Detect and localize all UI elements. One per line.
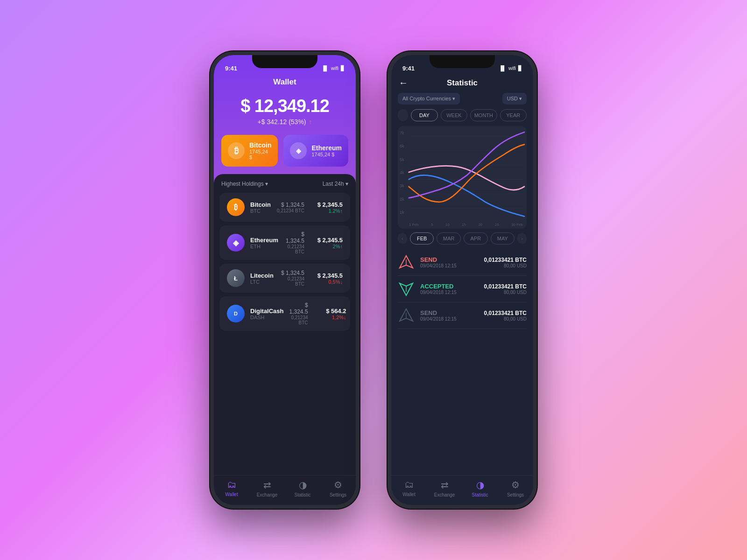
tx-usd-1: 80,00 USD bbox=[484, 263, 527, 268]
month-apr[interactable]: APR bbox=[464, 232, 488, 245]
stat-wallet-icon: 🗂 bbox=[404, 479, 414, 490]
month-next[interactable]: › bbox=[517, 233, 527, 244]
y-7k: 7k bbox=[400, 131, 404, 135]
stat-title: Statistic bbox=[447, 78, 478, 88]
period-tab-year[interactable]: YEAR bbox=[500, 109, 527, 121]
eth-price-btc: 0,21234 BTC bbox=[284, 244, 304, 254]
wallet-screen: 9:41 ▐▌ wifi ▊ Wallet $ 12,349.12 +$ 342… bbox=[214, 55, 356, 505]
eth-info: Ethereum ETH bbox=[250, 237, 278, 249]
exchange-nav-label: Exchange bbox=[257, 492, 277, 497]
last-24h-filter[interactable]: Last 24h ▾ bbox=[323, 181, 348, 187]
ethereum-card-info: Ethereum 1745,24 $ bbox=[311, 144, 342, 157]
statistic-nav-label: Statistic bbox=[294, 492, 310, 497]
nav-settings[interactable]: ⚙ Settings bbox=[320, 479, 356, 497]
bitcoin-card-amount: 1745,24 $ bbox=[249, 149, 271, 160]
eth-value: $ 2,345.5 2%↑ bbox=[310, 237, 343, 249]
ltc-icon: Ł bbox=[227, 269, 245, 287]
bitcoin-card[interactable]: ₿ Bitcoin 1745,24 $ bbox=[221, 135, 278, 167]
bitcoin-card-icon: ₿ bbox=[228, 142, 245, 159]
period-tab-prev[interactable] bbox=[398, 109, 408, 121]
month-prev[interactable]: ‹ bbox=[398, 233, 407, 244]
tx-item-1[interactable]: SEND 09/04/2018 12:15 0,01233421 BTC 80,… bbox=[398, 249, 527, 276]
btc-value: $ 2,345.5 1.2%↑ bbox=[310, 201, 343, 214]
tx-btc-2: 0,01233421 BTC bbox=[484, 283, 527, 290]
filter-row: All Crypto Currencies ▾ USD ▾ bbox=[398, 93, 527, 105]
x-5: 5 bbox=[431, 223, 433, 227]
tx-item-3[interactable]: SEND 09/04/2018 12:15 0,01233421 BTC 80,… bbox=[398, 302, 527, 329]
stat-statistic-icon: ◑ bbox=[476, 479, 484, 490]
period-tab-month[interactable]: MONTH bbox=[470, 109, 497, 121]
wallet-bottom-nav: 🗂 Wallet ⇄ Exchange ◑ Statistic ⚙ Settin… bbox=[214, 475, 356, 505]
eth-price: $ 1,324.5 0,21234 BTC bbox=[284, 231, 304, 254]
dash-change: 1,2%↓ bbox=[314, 315, 346, 320]
x-20: 20 bbox=[478, 223, 482, 227]
ethereum-card-amount: 1745,24 $ bbox=[311, 152, 342, 157]
stat-nav-settings[interactable]: ⚙ Settings bbox=[498, 479, 533, 497]
stat-exchange-label: Exchange bbox=[434, 492, 455, 497]
signal-icon: ▐▌ bbox=[322, 65, 329, 71]
dash-ticker: DASH bbox=[250, 315, 284, 320]
x-15: 15 bbox=[462, 223, 466, 227]
btc-value-usd: $ 2,345.5 bbox=[310, 201, 343, 208]
stat-settings-label: Settings bbox=[507, 492, 524, 497]
ethereum-card[interactable]: ◈ Ethereum 1745,24 $ bbox=[283, 135, 348, 167]
period-tab-week[interactable]: WEEK bbox=[441, 109, 467, 121]
currency-filter[interactable]: All Crypto Currencies ▾ bbox=[398, 93, 460, 105]
tx-date-2: 09/04/2018 12:15 bbox=[420, 290, 479, 295]
stat-settings-icon: ⚙ bbox=[511, 479, 520, 490]
month-feb[interactable]: FEB bbox=[410, 232, 434, 245]
list-header: Highest Holdings ▾ Last 24h ▾ bbox=[214, 181, 356, 193]
nav-statistic[interactable]: ◑ Statistic bbox=[285, 479, 320, 497]
btc-ticker: BTC bbox=[250, 208, 271, 214]
month-may[interactable]: MAY bbox=[491, 232, 515, 245]
stat-nav-exchange[interactable]: ⇄ Exchange bbox=[427, 479, 462, 497]
x-1feb: 1 Feb bbox=[409, 223, 418, 227]
tx-item-2[interactable]: ACCEPTED 09/04/2018 12:15 0,01233421 BTC… bbox=[398, 276, 527, 302]
tx-info-1: SEND 09/04/2018 12:15 bbox=[420, 256, 479, 268]
back-button[interactable]: ← bbox=[399, 77, 408, 88]
period-tabs: DAY WEEK MONTH YEAR bbox=[398, 109, 527, 121]
stat-battery-icon: ▊ bbox=[518, 65, 522, 71]
y-1k: 1k bbox=[400, 210, 404, 215]
wallet-header: Wallet bbox=[214, 76, 356, 91]
tx-date-1: 09/04/2018 12:15 bbox=[420, 263, 479, 268]
y-2k: 2k bbox=[400, 197, 404, 202]
tx-type-1: SEND bbox=[420, 256, 479, 263]
crypto-item-eth[interactable]: ◈ Ethereum ETH $ 1,324.5 0,21234 BTC $ 2… bbox=[219, 225, 350, 260]
month-tabs: ‹ FEB MAR APR MAY › bbox=[398, 232, 527, 245]
stat-nav-statistic[interactable]: ◑ Statistic bbox=[462, 479, 498, 497]
wallet-content: 9:41 ▐▌ wifi ▊ Wallet $ 12,349.12 +$ 342… bbox=[214, 55, 356, 505]
stat-wallet-label: Wallet bbox=[402, 492, 415, 497]
tx-info-3: SEND 09/04/2018 12:15 bbox=[420, 309, 479, 322]
y-4k: 4k bbox=[400, 170, 404, 175]
tx-info-2: ACCEPTED 09/04/2018 12:15 bbox=[420, 283, 479, 295]
stat-statistic-label: Statistic bbox=[472, 492, 488, 497]
btc-change: 1.2%↑ bbox=[310, 208, 343, 214]
btc-icon: ₿ bbox=[227, 198, 245, 216]
nav-wallet[interactable]: 🗂 Wallet bbox=[214, 479, 249, 497]
ethereum-card-name: Ethereum bbox=[311, 144, 342, 152]
ltc-price-usd: $ 1,324.5 bbox=[279, 270, 304, 276]
crypto-item-btc[interactable]: ₿ Bitcoin BTC $ 1,324.5 0,21234 BTC $ 2,… bbox=[219, 193, 350, 222]
crypto-item-dash[interactable]: D DigitalCash DASH $ 1,324.5 0,21234 BTC… bbox=[219, 296, 350, 331]
crypto-item-ltc[interactable]: Ł Litecoin LTC $ 1,324.5 0,21234 BTC $ 2… bbox=[219, 264, 350, 293]
phone-statistic: 9:41 ▐▌ wifi ▊ ← Statistic All Crypto Cu… bbox=[388, 51, 537, 509]
settings-nav-icon: ⚙ bbox=[334, 479, 342, 490]
month-mar[interactable]: MAR bbox=[437, 232, 461, 245]
period-tab-day[interactable]: DAY bbox=[411, 109, 437, 121]
wallet-change: +$ 342.12 (53%) ↑ bbox=[223, 118, 346, 126]
eth-icon: ◈ bbox=[227, 234, 245, 252]
stat-exchange-icon: ⇄ bbox=[441, 479, 449, 490]
btc-info: Bitcoin BTC bbox=[250, 201, 271, 214]
btc-price: $ 1,324.5 0,21234 BTC bbox=[277, 202, 304, 213]
wifi-icon: wifi bbox=[331, 65, 338, 71]
nav-exchange[interactable]: ⇄ Exchange bbox=[249, 479, 285, 497]
wallet-nav-label: Wallet bbox=[225, 492, 238, 497]
stat-nav-wallet[interactable]: 🗂 Wallet bbox=[391, 479, 427, 497]
highest-holdings-filter[interactable]: Highest Holdings ▾ bbox=[221, 181, 268, 187]
tx-amount-2: 0,01233421 BTC 80,00 USD bbox=[484, 283, 527, 295]
dash-info: DigitalCash DASH bbox=[250, 308, 284, 320]
unit-filter[interactable]: USD ▾ bbox=[502, 93, 527, 105]
eth-change: 2%↑ bbox=[310, 244, 343, 249]
wallet-balance: $ 12,349.12 bbox=[223, 96, 346, 116]
